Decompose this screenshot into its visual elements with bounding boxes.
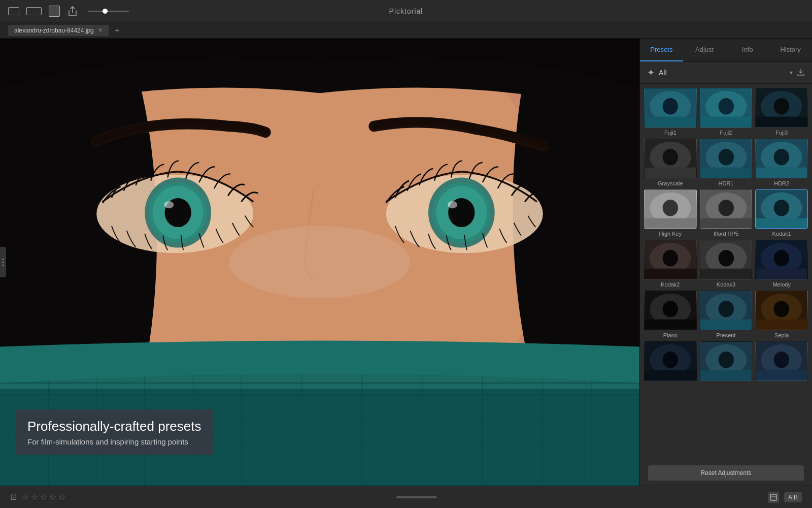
preset-highkey[interactable]: High Key xyxy=(644,189,697,237)
svg-point-92 xyxy=(663,301,679,318)
svg-point-56 xyxy=(663,149,679,166)
grid-view-icon[interactable] xyxy=(49,6,60,17)
preset-thumb-melody xyxy=(755,240,808,279)
preset-melody[interactable]: Melody xyxy=(755,240,808,288)
svg-rect-49 xyxy=(700,117,752,127)
preset-label-sepia: Sepia xyxy=(774,332,789,338)
preset-label-fuji2: Fuji2 xyxy=(720,130,732,136)
preset-kodak2[interactable]: Kodak2 xyxy=(644,240,697,288)
preset-kodak3[interactable]: Kodak3 xyxy=(700,240,753,288)
svg-rect-114 xyxy=(770,494,776,500)
star-5[interactable]: ☆ xyxy=(58,492,65,502)
ab-compare-button[interactable]: A|B xyxy=(784,492,802,502)
preset-thumb-hdr1 xyxy=(700,139,753,178)
svg-point-108 xyxy=(718,352,734,368)
preset-hdr2[interactable]: HDR2 xyxy=(755,139,808,186)
filename-label: alexandru-zdrobau-84424.jpg xyxy=(14,27,94,34)
preset-label-kodak3: Kodak3 xyxy=(717,281,735,288)
preset-fuji1[interactable]: Fuji1 xyxy=(644,88,697,136)
preset-row6c[interactable] xyxy=(755,341,808,383)
presets-row-5: Piano Present xyxy=(644,291,808,338)
tab-adjust[interactable]: Adjust xyxy=(683,39,726,61)
add-tab-button[interactable]: + xyxy=(112,25,123,36)
main-layout: Professionally-crafted presets For film-… xyxy=(0,39,812,486)
preset-fuji2[interactable]: Fuji2 xyxy=(700,88,753,136)
preset-label-piano: Piano xyxy=(663,332,678,338)
preset-row6a[interactable] xyxy=(644,341,697,383)
bottom-left: ⊡ ☆ ☆ ☆ ☆ ☆ xyxy=(10,492,65,502)
close-tab-icon[interactable]: ✕ xyxy=(98,27,103,34)
svg-rect-105 xyxy=(645,370,696,380)
preset-fuji3[interactable]: Fuji3 xyxy=(755,88,808,136)
preset-present[interactable]: Present xyxy=(700,291,753,338)
preset-thumb-sepia xyxy=(755,291,808,330)
double-view-icon[interactable] xyxy=(26,7,42,15)
preset-row6b[interactable] xyxy=(700,341,753,383)
star-3[interactable]: ☆ xyxy=(40,492,47,502)
svg-point-64 xyxy=(774,149,790,166)
bottom-bar: ⊡ ☆ ☆ ☆ ☆ ☆ A|B xyxy=(0,486,812,508)
svg-rect-45 xyxy=(645,117,696,127)
preset-thumb-grayscale xyxy=(644,139,697,178)
right-panel: Presets Adjust Info History ✦ All ▾ xyxy=(639,39,812,486)
preset-thumb-kodak3 xyxy=(700,240,753,279)
preset-kodak1[interactable]: Kodak1 xyxy=(755,189,808,237)
preset-thumb-row6a xyxy=(644,341,697,381)
preset-label-fuji1: Fuji1 xyxy=(664,130,676,136)
svg-point-76 xyxy=(774,200,790,216)
svg-rect-89 xyxy=(756,269,807,279)
tab-info[interactable]: Info xyxy=(726,39,769,61)
svg-rect-77 xyxy=(756,218,807,228)
star-1[interactable]: ☆ xyxy=(22,492,29,502)
preset-thumb-row6b xyxy=(700,341,753,381)
preset-piano[interactable]: Piano xyxy=(644,291,697,338)
file-tab[interactable]: alexandru-zdrobau-84424.jpg ✕ xyxy=(8,25,109,36)
svg-point-100 xyxy=(774,301,790,318)
svg-point-96 xyxy=(718,301,734,318)
bottom-center xyxy=(396,496,437,498)
preset-label-hdr2: HDR2 xyxy=(774,180,789,186)
collapse-handle[interactable] xyxy=(0,247,6,277)
preset-thumb-kodak2 xyxy=(644,240,697,279)
preset-label-hdr1: HDR1 xyxy=(719,180,734,186)
share-button[interactable] xyxy=(67,6,78,17)
action-icon-left[interactable] xyxy=(768,492,779,503)
tab-presets[interactable]: Presets xyxy=(640,39,683,61)
single-view-icon[interactable] xyxy=(8,7,19,15)
svg-point-112 xyxy=(774,352,790,368)
preset-grayscale[interactable]: Grayscale xyxy=(644,139,697,186)
preset-thumb-fuji1 xyxy=(644,88,697,128)
scroll-indicator xyxy=(396,496,437,498)
overlay-title: Professionally-crafted presets xyxy=(27,419,201,434)
bottom-right: A|B xyxy=(768,492,802,503)
reset-adjustments-button[interactable]: Reset Adjustments xyxy=(648,465,804,481)
chevron-down-icon[interactable]: ▾ xyxy=(790,69,793,76)
tab-history[interactable]: History xyxy=(769,39,812,61)
star-4[interactable]: ☆ xyxy=(49,492,56,502)
preset-hdr1[interactable]: HDR1 xyxy=(700,139,753,186)
svg-point-48 xyxy=(718,98,734,115)
crop-icon[interactable]: ⊡ xyxy=(10,492,17,502)
preset-thumb-fuji2 xyxy=(700,88,753,128)
preset-ilford[interactable]: Ilford HP5 xyxy=(700,189,753,237)
preset-thumb-present xyxy=(700,291,753,330)
svg-rect-69 xyxy=(645,218,696,228)
svg-point-38 xyxy=(229,226,411,299)
preset-sepia[interactable]: Sepia xyxy=(755,291,808,338)
photo-area: Professionally-crafted presets For film-… xyxy=(0,39,639,486)
svg-point-31 xyxy=(164,201,174,208)
preset-label-kodak2: Kodak2 xyxy=(661,281,680,288)
reset-section: Reset Adjustments xyxy=(640,460,812,486)
filter-label[interactable]: All xyxy=(659,69,786,77)
overlay-subtitle: For film-simulations and inspiring start… xyxy=(27,437,201,446)
toolbar-left xyxy=(8,6,129,17)
zoom-slider[interactable] xyxy=(88,11,129,12)
preset-label-grayscale: Grayscale xyxy=(658,180,683,186)
star-2[interactable]: ☆ xyxy=(31,492,38,502)
presets-row-6 xyxy=(644,341,808,383)
svg-rect-53 xyxy=(756,117,807,127)
export-icon[interactable] xyxy=(797,68,805,78)
svg-point-40 xyxy=(3,262,4,263)
svg-rect-109 xyxy=(700,370,752,380)
svg-rect-65 xyxy=(756,167,807,177)
